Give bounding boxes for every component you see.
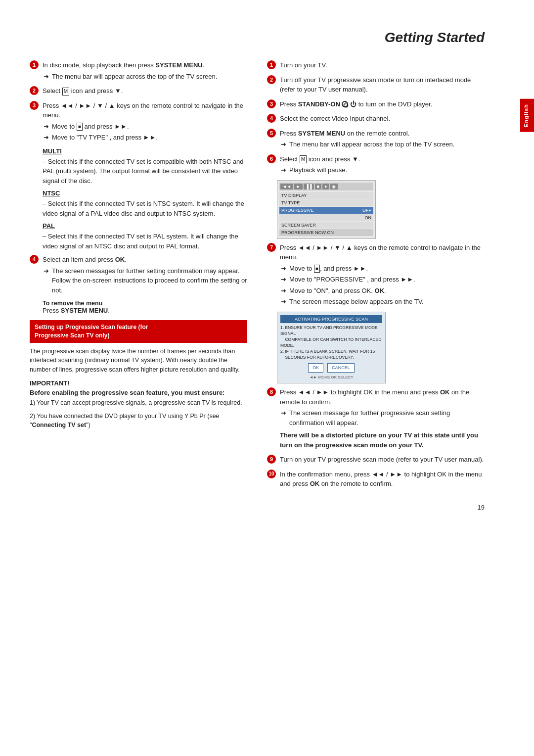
step-3-left: 3 Press ◄◄ / ►► / ▼ / ▲ keys on the remo… <box>30 101 247 142</box>
ntsc-body: – Select this if the connected TV set is… <box>43 199 247 218</box>
step-8-right-content: Press ◄◄ / ►► to highlight OK in the men… <box>280 387 485 450</box>
ntsc-heading: NTSC <box>43 189 247 197</box>
screen-mock-2: ACTIVATING PROGRESSIVE SCAN 1. ENSURE YO… <box>277 312 386 384</box>
step-4-right: 4 Select the correct Video Input channel… <box>267 114 485 124</box>
step-5-right-content: Press SYSTEM MENU on the remote control.… <box>280 129 485 149</box>
step-4-left-content: Select an item and press OK. ➜ The scree… <box>43 255 247 295</box>
step-5-right: 5 Press SYSTEM MENU on the remote contro… <box>267 129 485 149</box>
menu-icon-step6: M <box>300 155 307 163</box>
step-4-left: 4 Select an item and press OK. ➜ The scr… <box>30 255 247 295</box>
step-1-right: 1 Turn on your TV. <box>267 60 485 70</box>
multi-section: MULTI – Select this if the connected TV … <box>43 147 247 186</box>
page-container: English Getting Started 1 In disc mode, … <box>0 0 534 756</box>
menu-icon-step2: M <box>62 88 69 95</box>
step-3-right-content: Press STANDBY-ON ⏻ to turn on the DVD pl… <box>280 99 485 109</box>
left-column: 1 In disc mode, stop playback then press… <box>30 60 247 494</box>
step-8-right: 8 Press ◄◄ / ►► to highlight OK in the m… <box>267 387 485 450</box>
step-7-arrow3: ➜ Move to "ON", and press OK. OK. <box>281 286 485 296</box>
ntsc-section: NTSC – Select this if the connected TV s… <box>43 189 247 218</box>
step-1-left-arrow-text: The menu bar will appear across the top … <box>52 72 217 82</box>
step-7-arrow4: ➜ The screen message below appears on th… <box>281 297 485 307</box>
screen2-cancel-btn: CANCEL <box>327 363 355 373</box>
step-10-right-content: In the confirmation menu, press ◄◄ / ►► … <box>280 470 485 489</box>
highlight-box: Setting up Progressive Scan feature (for… <box>30 320 247 343</box>
screen-row-on: ON <box>279 214 373 221</box>
step-4-left-arrow-text: The screen messages for further setting … <box>52 266 247 295</box>
screen2-title: ACTIVATING PROGRESSIVE SCAN <box>280 315 382 324</box>
step-4-left-arrow: ➜ The screen messages for further settin… <box>44 266 247 295</box>
step-1-left-arrow: ➜ The menu bar will appear across the to… <box>44 72 247 82</box>
prog-scan-text: The progressive scan display twice the n… <box>30 347 247 375</box>
step-9-right: 9 Turn on your TV progressive scan mode … <box>267 455 485 465</box>
remove-menu-label: To remove the menu <box>43 300 247 307</box>
step-3-right-number: 3 <box>267 99 276 108</box>
step-3-left-number: 3 <box>30 101 39 110</box>
step-3-left-arrow2-text: Move to "TV TYPE" , and press ►►. <box>52 133 158 142</box>
screen-row-progressive: PROGRESSIVE OFF <box>279 207 373 214</box>
step-9-right-number: 9 <box>267 455 276 464</box>
step-4-left-number: 4 <box>30 255 39 264</box>
step-2-right: 2 Turn off your TV progressive scan mode… <box>267 75 485 94</box>
step-4-right-number: 4 <box>267 114 276 123</box>
step-2-left-content: Select M icon and press ▼. <box>43 86 247 96</box>
standby-icon <box>342 101 348 107</box>
page-title: Getting Started <box>30 30 485 46</box>
step-7-right: 7 Press ◄◄ / ►► / ▼ / ▲ keys on the remo… <box>267 243 485 307</box>
step-3-right: 3 Press STANDBY-ON ⏻ to turn on the DVD … <box>267 99 485 109</box>
language-label: English <box>523 104 529 127</box>
right-column: 1 Turn on your TV. 2 Turn off your TV pr… <box>267 60 485 494</box>
screen2-ok-btn: OK <box>308 363 323 373</box>
important-sub: Before enabling the progressive scan fea… <box>30 389 247 396</box>
step-9-right-content: Turn on your TV progressive scan mode (r… <box>280 455 485 465</box>
step-7-right-number: 7 <box>267 243 276 252</box>
step-10-right: 10 In the confirmation menu, press ◄◄ / … <box>267 470 485 489</box>
important-point1: 1) Your TV can accept progressive signal… <box>30 398 247 408</box>
step-1-left-content: In disc mode, stop playback then press S… <box>43 60 247 81</box>
screen-row-tv-type: TV TYPE <box>279 199 373 206</box>
step-7-arrow1: ➜ Move to ■, and press ►►. <box>281 264 485 274</box>
screen-row-screen-saver: SCREEN SAVER <box>279 222 373 229</box>
screen2-nav-hint: ◄► MOVE OK SELECT <box>280 375 382 380</box>
pal-section: PAL – Select this if the connected TV se… <box>43 222 247 251</box>
step-4-right-content: Select the correct Video Input channel. <box>280 114 485 124</box>
page-number: 19 <box>30 504 485 511</box>
step-6-right-number: 6 <box>267 154 276 163</box>
remove-menu-text: Press SYSTEM MENU. <box>43 307 247 314</box>
multi-body: – Select this if the connected TV set is… <box>43 157 247 186</box>
screen-mock-1: ◄◄ ► ▐▐ ■ ● ◉ TV DISPLAY TV TYPE PROGRES… <box>277 180 376 239</box>
two-column-layout: 1 In disc mode, stop playback then press… <box>30 60 485 494</box>
language-tab: English <box>520 99 534 132</box>
step-1-right-content: Turn on your TV. <box>280 60 485 70</box>
step-10-right-number: 10 <box>267 470 276 478</box>
step-1-left-text: In disc mode, stop playback then press <box>43 61 155 69</box>
screen-row-tv-display: TV DISPLAY <box>279 192 373 199</box>
step-1-left-bold: SYSTEM MENU <box>155 61 202 69</box>
screen-header: ◄◄ ► ▐▐ ■ ● ◉ <box>279 183 373 190</box>
step-2-left: 2 Select M icon and press ▼. <box>30 86 247 96</box>
step-1-left: 1 In disc mode, stop playback then press… <box>30 60 247 81</box>
step-6-right-content: Select M icon and press ▼. ➜ Playback wi… <box>280 154 485 175</box>
pal-body: – Select this if the connected TV set is… <box>43 232 247 251</box>
step-2-right-content: Turn off your TV progressive scan mode o… <box>280 75 485 94</box>
step-1-left-number: 1 <box>30 60 39 69</box>
step-8-arrow: ➜ The screen message for further progres… <box>281 408 485 427</box>
highlight-box-line1: Setting up Progressive Scan feature (for <box>35 323 242 331</box>
step-3-left-text: Press ◄◄ / ►► / ▼ / ▲ keys on the remote… <box>43 102 243 119</box>
step-6-right-arrow: ➜ Playback will pause. <box>281 165 485 175</box>
highlight-box-line2: Progressive Scan TV only) <box>35 331 242 340</box>
step-7-arrow2: ➜ Move to "PROGRESSIVE" , and press ►►. <box>281 275 485 284</box>
screen2-buttons: OK CANCEL <box>280 363 382 373</box>
pal-heading: PAL <box>43 222 247 230</box>
important-point2: 2) You have connected the DVD player to … <box>30 412 247 430</box>
step-5-right-number: 5 <box>267 129 276 138</box>
step-1-right-number: 1 <box>267 60 276 69</box>
remove-menu-section: To remove the menu Press SYSTEM MENU. <box>43 300 247 314</box>
screen2-msg: 1. ENSURE YOUR TV AND PROGRESSIVE MODE S… <box>280 325 382 360</box>
step-3-left-arrow2: ➜ Move to "TV TYPE" , and press ►►. <box>44 133 247 142</box>
important-heading: IMPORTANT! <box>30 379 247 387</box>
step-7-right-content: Press ◄◄ / ►► / ▼ / ▲ keys on the remote… <box>280 243 485 307</box>
step-6-right: 6 Select M icon and press ▼. ➜ Playback … <box>267 154 485 175</box>
step-5-right-arrow: ➜ The menu bar will appear across the to… <box>281 140 485 149</box>
step-3-left-arrow1: ➜ Move to ■ and press ►►. <box>44 122 247 132</box>
step-2-left-number: 2 <box>30 86 39 95</box>
